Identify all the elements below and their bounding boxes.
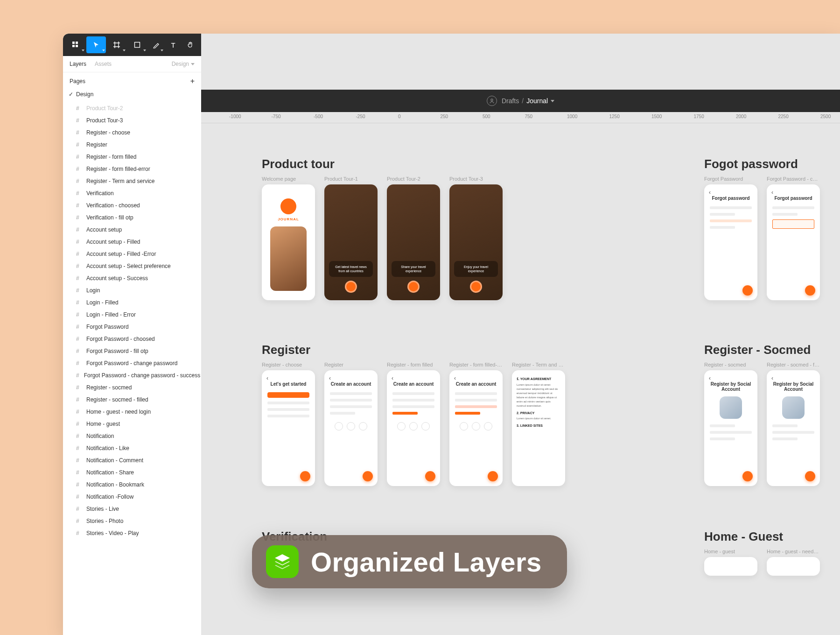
layer-label: Stories - Live [86, 506, 119, 512]
frame-label[interactable]: Welcome page [262, 176, 315, 182]
shape-tool-button[interactable] [127, 36, 147, 53]
next-button [470, 281, 482, 293]
layer-row[interactable]: #Notification - Comment [63, 454, 201, 466]
frame-label[interactable]: Forgot Password - choo... [767, 176, 820, 182]
frame-register-socmed[interactable]: ‹ Register by Social Account [704, 370, 757, 486]
back-icon: ‹ [771, 375, 773, 381]
frame-tool-button[interactable] [107, 36, 126, 53]
panel-mode-selector[interactable]: Design [172, 61, 195, 67]
pen-tool-button[interactable] [148, 36, 164, 53]
frame-label[interactable]: Forgot Password [704, 176, 757, 182]
layer-row[interactable]: #Product Tour-2 [63, 102, 201, 114]
frame-label[interactable]: Product Tour-1 [324, 176, 378, 182]
layer-row[interactable]: #Account setup - Success [63, 272, 201, 284]
layer-row[interactable]: #Forgot Password - change password [63, 357, 201, 369]
section-register-socmed: Register - Socmed Register - socmed ‹ Re… [704, 343, 820, 486]
frame-product-tour-3[interactable]: Enjoy your travel experience [449, 184, 503, 300]
layer-label: Register - Term and service [86, 178, 155, 184]
fab-button [300, 471, 310, 481]
breadcrumb-file[interactable]: Journal [526, 97, 548, 105]
hand-tool-button[interactable] [182, 36, 198, 53]
frame-forgot-password[interactable]: ‹ Forgot password [704, 184, 757, 300]
layer-row[interactable]: #Register - socmed [63, 381, 201, 394]
layers-list[interactable]: #Product Tour-2#Product Tour-3#Register … [63, 100, 201, 635]
tab-layers[interactable]: Layers [70, 61, 86, 67]
layer-label: Stories - Video - Play [86, 530, 139, 536]
frame-welcome[interactable]: JOURNAL [262, 184, 315, 300]
layer-row[interactable]: #Forgot Password - fill otp [63, 345, 201, 357]
frame-label[interactable]: Product Tour-3 [449, 176, 503, 182]
frame-label[interactable]: Register [324, 362, 378, 367]
ruler-tick: 2250 [778, 114, 789, 119]
main-menu-button[interactable] [66, 36, 85, 53]
back-icon: ‹ [709, 375, 711, 381]
layer-row[interactable]: #Verification - fill otp [63, 212, 201, 224]
layer-row[interactable]: #Stories - Video - Play [63, 527, 201, 539]
layer-row[interactable]: #Login - Filled [63, 296, 201, 309]
layer-row[interactable]: #Home - guest [63, 418, 201, 430]
frame-label[interactable]: Register - socmed - filled [767, 362, 820, 367]
frame-home-guest[interactable] [704, 557, 757, 576]
move-tool-button[interactable] [86, 36, 106, 53]
frame-icon: # [76, 178, 82, 184]
layer-row[interactable]: #Notification [63, 430, 201, 442]
layer-row[interactable]: #Register - Term and service [63, 175, 201, 187]
frame-register-terms[interactable]: ‹ 1. YOUR AGREEMENT Lorem ipsum dolor si… [512, 370, 565, 486]
layer-row[interactable]: #Verification [63, 187, 201, 199]
layer-row[interactable]: #Account setup - Filled [63, 236, 201, 248]
screen-heading: Create an account [453, 381, 499, 387]
layer-row[interactable]: #Login - Filled - Error [63, 309, 201, 321]
layer-row[interactable]: #Register [63, 139, 201, 151]
frame-register-socmed-filled[interactable]: ‹ Register by Social Account [767, 370, 820, 486]
frame-label[interactable]: Product Tour-2 [387, 176, 440, 182]
tab-assets[interactable]: Assets [95, 61, 112, 67]
frame-icon: # [76, 421, 82, 427]
frame-label[interactable]: Register - choose [262, 362, 315, 367]
layer-row[interactable]: #Account setup [63, 224, 201, 236]
layer-row[interactable]: #Notification -Follow [63, 491, 201, 503]
layer-row[interactable]: #Home - guest - need login [63, 406, 201, 418]
frame-forgot-password-choosed[interactable]: ‹ Forgot password [767, 184, 820, 300]
layer-row[interactable]: #Register - choose [63, 127, 201, 139]
frame-product-tour-2[interactable]: Share your travel experience [387, 184, 440, 300]
add-page-button[interactable]: + [190, 77, 195, 85]
layer-row[interactable]: #Login [63, 284, 201, 296]
layer-row[interactable]: #Forgot Password [63, 321, 201, 333]
frame-register-form-filled[interactable]: ‹ Create an account [387, 370, 440, 486]
frame-register-form-error[interactable]: ‹ Create an account [449, 370, 503, 486]
layer-row[interactable]: #Register - form filled [63, 151, 201, 163]
text-tool-icon: T [171, 41, 175, 49]
frame-register-choose[interactable]: ‹ Let's get started [262, 370, 315, 486]
layer-row[interactable]: #Forgot Password - choosed [63, 333, 201, 345]
layer-row[interactable]: #Register - form filled-error [63, 163, 201, 175]
page-item-design[interactable]: ✓ Design [63, 88, 201, 100]
layer-row[interactable]: #Verification - choosed [63, 199, 201, 212]
layer-row[interactable]: #Account setup - Select preference [63, 260, 201, 272]
frame-label[interactable]: Home - guest - need login [767, 549, 820, 554]
breadcrumb-drafts[interactable]: Drafts [502, 97, 519, 105]
user-avatar-icon[interactable] [487, 96, 497, 106]
frame-label[interactable]: Home - guest [704, 549, 757, 554]
text-tool-button[interactable]: T [165, 36, 182, 53]
layer-row[interactable]: #Notification - Bookmark [63, 479, 201, 491]
frame-label[interactable]: Register - socmed [704, 362, 757, 367]
layer-row[interactable]: #Product Tour-3 [63, 114, 201, 127]
layer-row[interactable]: #Notification - Like [63, 442, 201, 454]
chevron-down-icon[interactable] [551, 100, 554, 102]
frame-label[interactable]: Register - Term and ser... [512, 362, 565, 367]
layer-row[interactable]: #Forgot Password - change password - suc… [63, 369, 201, 381]
frame-home-guest-need-login[interactable] [767, 557, 820, 576]
terms-heading-1: 1. YOUR AGREEMENT [517, 377, 560, 382]
layer-row[interactable]: #Account setup - Filled -Error [63, 248, 201, 260]
frame-icon: # [76, 469, 82, 476]
frame-label[interactable]: Register - form filled-error [449, 362, 503, 367]
layer-row[interactable]: #Stories - Live [63, 503, 201, 515]
layer-row[interactable]: #Stories - Photo [63, 515, 201, 527]
layer-row[interactable]: #Register - socmed - filled [63, 394, 201, 406]
frame-register[interactable]: ‹ Create an account [324, 370, 378, 486]
layer-label: Account setup [86, 226, 122, 233]
frame-product-tour-1[interactable]: Get latest travel news from all countrie… [324, 184, 378, 300]
shape-tool-icon [134, 42, 140, 48]
frame-label[interactable]: Register - form filled [387, 362, 440, 367]
layer-row[interactable]: #Notification - Share [63, 466, 201, 479]
